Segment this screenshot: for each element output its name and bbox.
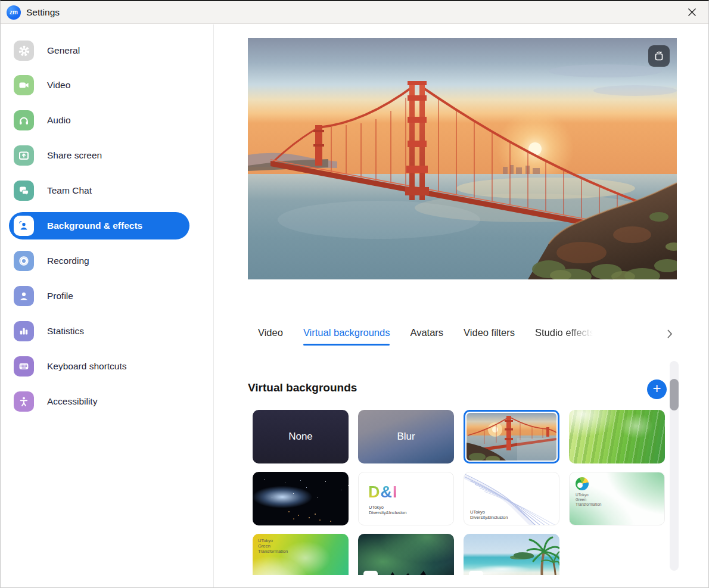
background-thumbnail-golden-gate-selected[interactable]	[464, 410, 559, 463]
tab-virtual-backgrounds[interactable]: Virtual backgrounds	[303, 322, 390, 346]
settings-sidebar: General Video Audio Share screen Team Ch…	[1, 24, 214, 588]
person-frame-icon	[14, 216, 34, 236]
utokyo-caption: UTokyo Diversity&Inclusion	[369, 505, 406, 515]
background-thumbnail-aurora[interactable]	[358, 534, 454, 575]
dni-logo: D&I	[368, 483, 398, 502]
sidebar-item-statistics[interactable]: Statistics	[9, 318, 189, 345]
thumbnail-label: Blur	[358, 410, 454, 463]
sidebar-item-label: Audio	[47, 115, 71, 126]
video-camera-icon	[14, 75, 34, 95]
background-thumbnail-none[interactable]: None	[253, 410, 349, 463]
chevron-right-icon	[667, 329, 673, 338]
golden-gate-thumb-image	[467, 413, 556, 461]
thumbnail-label: None	[253, 410, 349, 463]
scrollbar-thumb[interactable]	[670, 379, 679, 410]
utokyo-caption: UTokyo Diversity&Inclusion	[470, 509, 508, 520]
sidebar-item-label: General	[47, 45, 80, 56]
sidebar-item-keyboard-shortcuts[interactable]: Keyboard shortcuts	[9, 353, 189, 380]
background-thumbnail-utokyo-dni-wave[interactable]: UTokyo Diversity&Inclusion	[464, 472, 559, 525]
background-thumbnail-utokyo-gx-white[interactable]: UTokyo Green Transformation	[569, 472, 665, 525]
close-icon	[688, 8, 696, 17]
background-thumbnail-utokyo-dni-logo[interactable]: D&I UTokyo Diversity&Inclusion	[358, 472, 454, 525]
plus-icon: +	[652, 381, 661, 396]
background-thumbnail-earth[interactable]	[253, 472, 349, 525]
utokyo-gx-logo	[576, 477, 589, 490]
mirror-flip-icon	[653, 50, 665, 62]
video-background-badge	[363, 571, 378, 575]
tab-video[interactable]: Video	[258, 322, 283, 346]
sidebar-item-background-effects[interactable]: Background & effects	[9, 212, 189, 239]
sidebar-item-video[interactable]: Video	[9, 71, 189, 99]
headphones-icon	[14, 110, 34, 130]
background-tabs: Video Virtual backgrounds Avatars Video …	[258, 322, 595, 346]
background-thumbnail-utokyo-gx-gradient[interactable]: UTokyo Green Transformation	[253, 534, 349, 575]
gear-icon	[14, 41, 34, 61]
sidebar-item-label: Recording	[47, 256, 89, 266]
keyboard-icon	[14, 356, 34, 377]
sidebar-item-profile[interactable]: Profile	[9, 282, 189, 310]
sidebar-item-label: Share screen	[47, 150, 102, 161]
share-screen-icon	[14, 145, 34, 166]
chat-bubbles-icon	[14, 181, 34, 201]
sidebar-item-audio[interactable]: Audio	[9, 107, 189, 134]
accessibility-icon	[14, 391, 34, 412]
sidebar-item-recording[interactable]: Recording	[9, 247, 189, 275]
window-title: Settings	[26, 7, 60, 18]
sidebar-item-label: Team Chat	[47, 185, 92, 196]
sidebar-item-label: Background & effects	[47, 220, 142, 231]
mirror-video-button[interactable]	[648, 45, 670, 67]
sidebar-item-label: Video	[47, 80, 70, 91]
tab-studio-effects[interactable]: Studio effects	[535, 322, 595, 346]
sidebar-item-share-screen[interactable]: Share screen	[9, 142, 189, 169]
zoom-logo: zm	[7, 5, 21, 20]
palm-tree-decoration	[506, 534, 559, 575]
tree-silhouette-decoration	[358, 534, 454, 575]
tab-avatars[interactable]: Avatars	[410, 322, 443, 346]
golden-gate-sunset-image	[248, 38, 677, 279]
sidebar-item-label: Profile	[47, 291, 73, 301]
city-lights-decoration	[288, 511, 290, 512]
sidebar-item-label: Keyboard shortcuts	[47, 361, 127, 372]
bar-chart-icon	[14, 321, 34, 341]
stars-decoration	[265, 479, 265, 480]
sidebar-item-team-chat[interactable]: Team Chat	[9, 177, 189, 204]
utokyo-caption: UTokyo Green Transformation	[258, 538, 288, 554]
background-thumbnail-grass[interactable]	[569, 410, 665, 463]
background-thumbnail-beach[interactable]	[464, 534, 559, 575]
tabs-overflow-button[interactable]	[663, 326, 676, 341]
title-bar: zm Settings	[1, 1, 709, 24]
video-preview-golden-gate	[248, 38, 677, 279]
person-icon	[14, 286, 34, 306]
sidebar-item-accessibility[interactable]: Accessibility	[9, 388, 189, 415]
tab-video-filters[interactable]: Video filters	[464, 322, 515, 346]
sidebar-item-label: Accessibility	[47, 396, 97, 407]
video-background-badge	[469, 571, 483, 575]
add-background-button[interactable]: +	[647, 379, 667, 399]
virtual-backgrounds-grid: None Blur	[253, 410, 670, 575]
virtual-backgrounds-heading: Virtual backgrounds	[248, 381, 357, 394]
background-thumbnail-blur[interactable]: Blur	[358, 410, 454, 463]
sidebar-item-label: Statistics	[47, 326, 84, 337]
record-circle-icon	[14, 251, 34, 271]
utokyo-caption: UTokyo Green Transformation	[576, 493, 601, 507]
sidebar-item-general[interactable]: General	[9, 37, 189, 64]
close-button[interactable]	[679, 1, 705, 23]
